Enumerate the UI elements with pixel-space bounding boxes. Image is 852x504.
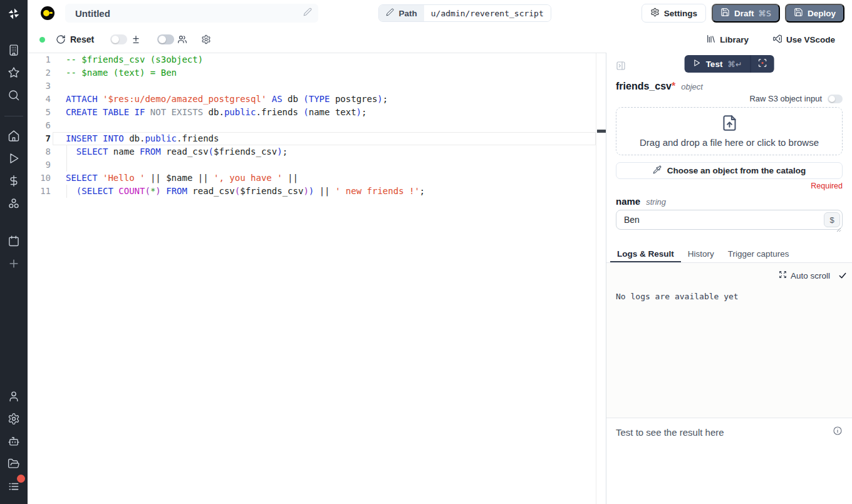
settings-label: Settings	[664, 9, 697, 18]
sidebar-item-folders[interactable]	[0, 458, 28, 473]
info-icon	[833, 426, 843, 438]
sidebar-item-search[interactable]	[0, 89, 28, 104]
code-line-5[interactable]: CREATE TABLE IF NOT EXISTS db.public.fri…	[66, 106, 606, 119]
pipette-icon	[653, 165, 662, 176]
test-button-group: Test ⌘↵	[685, 55, 774, 73]
sidebar-item-resources[interactable]	[0, 197, 28, 212]
path-editor[interactable]: Path u/admin/reverent_script	[378, 4, 551, 22]
code-line-11[interactable]: (SELECT COUNT(*) FROM read_csv($friends_…	[66, 185, 606, 198]
overview-cursor-mark	[597, 130, 606, 133]
result-placeholder: Test to see the result here	[616, 427, 724, 438]
pencil-icon	[386, 8, 394, 18]
multiplayer-toggle[interactable]	[157, 34, 174, 44]
resize-handle[interactable]	[836, 224, 841, 229]
gear-icon	[8, 413, 20, 428]
sidebar-item-settings[interactable]	[0, 413, 28, 428]
deploy-label: Deploy	[808, 9, 836, 18]
draft-shortcut: ⌘S	[759, 9, 771, 18]
file-upload-icon	[721, 115, 738, 134]
code-line-8[interactable]: SELECT name FROM read_csv($friends_csv);	[66, 145, 606, 158]
code-line-9[interactable]	[66, 158, 606, 172]
diff-toggle[interactable]	[110, 34, 127, 44]
editor-code: -- $friends_csv (s3object)-- $name (text…	[66, 53, 606, 198]
code-line-2[interactable]: -- $name (text) = Ben	[66, 66, 606, 80]
file-dropzone[interactable]: Drag and drop a file here or click to br…	[616, 107, 843, 155]
sidebar-item-create[interactable]	[0, 257, 28, 272]
settings-button[interactable]: Settings	[642, 4, 706, 23]
list-icon	[8, 480, 20, 495]
editor-settings-gear-icon[interactable]	[201, 34, 211, 44]
field-friends-csv-type: object	[681, 82, 703, 91]
sidebar-item-assistant[interactable]	[0, 435, 28, 450]
capture-button[interactable]	[751, 55, 774, 73]
gear-icon	[650, 8, 660, 19]
name-input-wrap: $	[616, 210, 843, 230]
code-line-3[interactable]	[66, 80, 606, 93]
vscode-label: Use VScode	[786, 35, 835, 44]
test-label: Test	[706, 59, 723, 69]
sidebar-item-variables[interactable]	[0, 175, 28, 190]
raw-s3-toggle[interactable]	[828, 95, 843, 103]
sidebar-item-schedules[interactable]	[0, 235, 28, 250]
windmill-logo-icon[interactable]	[0, 6, 28, 21]
tab-trigger-captures[interactable]: Trigger captures	[721, 247, 796, 262]
code-editor[interactable]: 1234567891011 -- $friends_csv (s3object)…	[28, 53, 606, 504]
sidebar-item-user[interactable]	[0, 390, 28, 405]
refresh-icon[interactable]	[56, 34, 66, 44]
panel-collapse-icon[interactable]	[616, 61, 626, 71]
sidebar-item-workspace[interactable]	[0, 44, 28, 59]
sidebar-item-runs[interactable]	[0, 152, 28, 167]
sidebar-item-home[interactable]	[0, 130, 28, 145]
deploy-button[interactable]: Deploy	[785, 4, 844, 23]
use-vscode-button[interactable]: Use VScode	[772, 34, 835, 46]
editor-toolbar: Reset Library Use VScode	[28, 26, 852, 53]
logs-empty-message: No logs are available yet	[606, 281, 852, 301]
logs-section: Auto scroll No logs are available yet	[606, 263, 852, 418]
code-line-10[interactable]: SELECT 'Hello ' || $name || ', you have …	[66, 172, 606, 185]
dropzone-label: Drag and drop a file here or click to br…	[640, 137, 819, 148]
sidebar-divider	[4, 116, 23, 116]
panel-tabs: Logs & ResultHistoryTrigger captures	[606, 247, 852, 263]
editor-gutter: 1234567891011	[28, 53, 51, 198]
choose-object-button[interactable]: Choose an object from the catalog	[616, 162, 843, 179]
sidebar-item-favorites[interactable]	[0, 66, 28, 81]
autoscroll-check-icon[interactable]	[838, 271, 847, 280]
path-value: u/admin/reverent_script	[424, 5, 551, 21]
topbar: Untitled Path u/admin/reverent_script Se…	[28, 0, 852, 26]
code-line-6[interactable]	[66, 119, 606, 132]
draft-button[interactable]: Draft ⌘S	[712, 4, 780, 23]
overview-ruler	[596, 53, 596, 504]
folder-icon	[8, 458, 20, 473]
script-title-input[interactable]: Untitled	[65, 4, 318, 23]
expand-icon[interactable]	[779, 270, 787, 281]
users-icon	[177, 34, 187, 44]
status-dot	[39, 37, 45, 43]
resources-cluster-icon	[8, 197, 20, 212]
sidebar-item-queue[interactable]	[0, 480, 28, 495]
field-name-label: name	[616, 196, 640, 207]
save-icon	[794, 8, 803, 19]
field-name-type: string	[646, 197, 666, 207]
tab-history[interactable]: History	[681, 247, 721, 262]
draft-label: Draft	[734, 9, 754, 18]
path-label: Path	[398, 9, 417, 18]
home-icon	[8, 130, 20, 145]
library-label: Library	[720, 35, 749, 44]
vscode-icon	[772, 34, 782, 46]
test-button[interactable]: Test ⌘↵	[685, 55, 751, 73]
raw-s3-label: Raw S3 object input	[749, 94, 822, 103]
plus-icon	[8, 257, 20, 272]
search-icon	[8, 89, 20, 104]
tab-logs-result[interactable]: Logs & Result	[610, 247, 681, 262]
play-icon	[693, 58, 701, 69]
reset-button[interactable]: Reset	[70, 34, 94, 44]
robot-icon	[8, 435, 20, 450]
code-line-4[interactable]: ATTACH '$res:u/demo/amazed_postgresql' A…	[66, 93, 606, 106]
choose-object-label: Choose an object from the catalog	[667, 166, 806, 175]
notification-dot	[17, 475, 25, 483]
library-button[interactable]: Library	[706, 34, 749, 46]
code-line-7[interactable]: INSERT INTO db.public.friends	[66, 132, 606, 145]
user-icon	[8, 390, 20, 405]
name-input[interactable]	[616, 210, 842, 229]
code-line-1[interactable]: -- $friends_csv (s3object)	[66, 53, 606, 66]
